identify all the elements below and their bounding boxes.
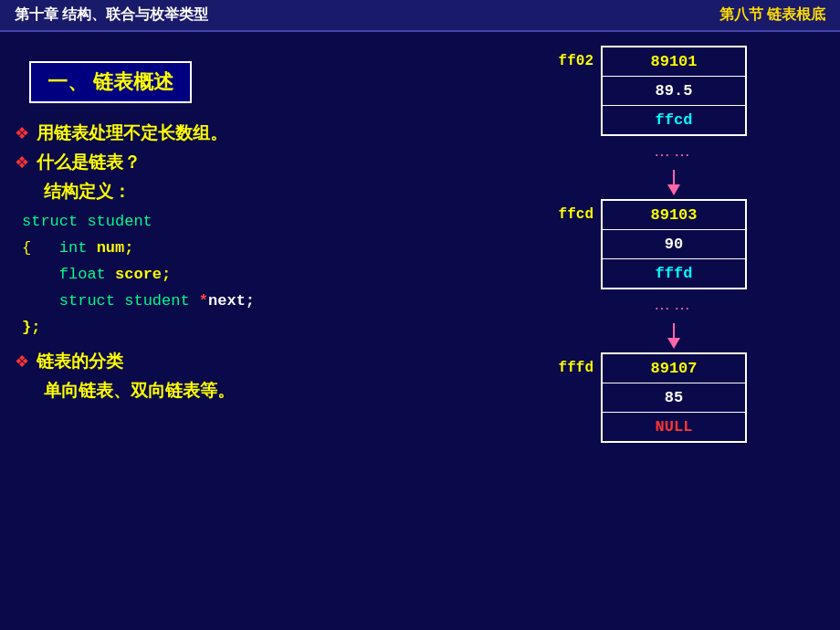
arrow-line-2 [673, 323, 675, 338]
dots-1: …… [601, 136, 747, 166]
bullet-dot-1: ❖ [15, 123, 29, 143]
node-box-3: 89107 85 NULL [601, 352, 747, 443]
cell-3-2: 85 [603, 383, 745, 413]
arrow-head-2 [667, 338, 680, 349]
section-title-box: 一、 链表概述 [29, 61, 192, 103]
code-line-2: { int num; [22, 236, 535, 262]
dots-2: …… [601, 289, 747, 320]
code-line-4: struct student *next; [22, 289, 535, 315]
node-group-2: ffcd 89103 90 fffd [548, 199, 822, 289]
code-block: struct student { int num; float score; s… [22, 209, 535, 341]
cell-1-2: 89.5 [603, 77, 745, 106]
node-box-1: 89101 89.5 ffcd [601, 46, 747, 136]
cell-2-1: 89103 [603, 201, 745, 230]
section-title-header: 第八节 链表根底 [719, 5, 825, 25]
bullet-item-1: ❖ 用链表处理不定长数组。 [15, 121, 535, 145]
node-label-1: ff02 [548, 46, 593, 69]
arrow-2 [601, 320, 747, 352]
node-box-2: 89103 90 fffd [601, 199, 747, 289]
bullet-dot-2: ❖ [15, 152, 29, 173]
arrow-1 [601, 166, 747, 199]
cell-3-3: NULL [603, 413, 745, 441]
arrow-line-1 [673, 170, 675, 184]
code-line-3: float score; [22, 262, 535, 289]
cell-2-3: fffd [603, 259, 745, 288]
cell-2-2: 90 [603, 230, 745, 259]
code-line-5: }; [22, 315, 535, 341]
bullet-item-2: ❖ 什么是链表？ [15, 151, 535, 174]
bullet-text-1: 用链表处理不定长数组。 [37, 121, 227, 145]
bullet-dot-3: ❖ [15, 352, 29, 372]
arrow-head-1 [667, 184, 680, 195]
cell-1-3: ffcd [603, 106, 745, 134]
code-line-1: struct student [22, 209, 535, 236]
right-diagram: ff02 89101 89.5 ffcd …… ffcd 89103 90 ff… [548, 46, 822, 443]
sub-heading: 结构定义： [44, 180, 535, 204]
node-label-2: ffcd [548, 199, 593, 223]
section-title-text: 一、 链表概述 [47, 70, 173, 93]
chapter-title: 第十章 结构、联合与枚举类型 [15, 5, 208, 25]
bullet-text-2: 什么是链表？ [37, 151, 141, 174]
top-bar: 第十章 结构、联合与枚举类型 第八节 链表根底 [0, 0, 840, 32]
last-items: ❖ 链表的分类 单向链表、双向链表等。 [15, 350, 535, 403]
left-content: 一、 链表概述 ❖ 用链表处理不定长数组。 ❖ 什么是链表？ 结构定义： str… [15, 50, 535, 408]
bullet-item-3: ❖ 链表的分类 [15, 350, 535, 373]
cell-1-1: 89101 [603, 47, 745, 77]
node-label-3: fffd [548, 352, 593, 376]
node-group-1: ff02 89101 89.5 ffcd [548, 46, 822, 136]
node-group-3: fffd 89107 85 NULL [548, 352, 822, 443]
last-sub-text: 单向链表、双向链表等。 [44, 379, 535, 403]
cell-3-1: 89107 [603, 354, 745, 383]
bullet-text-3: 链表的分类 [37, 350, 123, 373]
